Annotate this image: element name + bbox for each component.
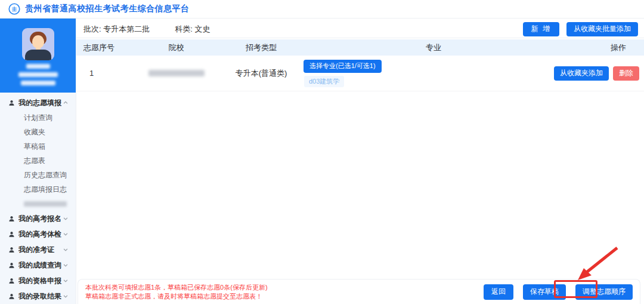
batch-add-from-favorites-button[interactable]: 从收藏夹批量添加 xyxy=(566,22,638,36)
person-icon xyxy=(8,247,15,253)
col-header-major: 专业 xyxy=(300,42,564,53)
app-title: 贵州省普通高校招生考试考生综合信息平台 xyxy=(25,4,190,14)
chevron-down-icon xyxy=(63,247,69,253)
redacted-profile-id xyxy=(18,72,58,77)
profile-card xyxy=(0,19,76,93)
person-icon xyxy=(8,278,15,284)
sidebar: 我的志愿填报 计划查询 收藏夹 草稿箱 志愿表 历史志愿查询 志愿填报日志 xyxy=(0,19,76,304)
col-header-operation: 操作 xyxy=(564,42,644,53)
sidebar-section-label: 我的志愿填报 xyxy=(18,98,63,108)
sidebar-section-score-query[interactable]: 我的成绩查询 xyxy=(0,257,76,273)
avatar-face xyxy=(32,35,44,48)
redacted-profile-name xyxy=(26,64,50,69)
bottom-buttons: 返回 保存草稿 调整志愿顺序 xyxy=(484,284,633,300)
cell-seq: 1 xyxy=(76,69,130,78)
add-new-button[interactable]: 新 增 xyxy=(523,22,559,36)
chevron-down-icon xyxy=(63,231,69,237)
sidebar-section-gaokao-registration[interactable]: 我的高考报名 xyxy=(0,211,76,226)
chevron-down-icon xyxy=(63,216,69,222)
notice-line-1: 本批次科类可填报志愿1条，草稿箱已保存志愿0条(保存后更新) xyxy=(85,283,268,292)
redacted-school-name xyxy=(148,70,205,76)
sidebar-item-plan-query[interactable]: 计划查询 xyxy=(0,110,76,125)
batch-filter: 批次: 专升本第二批 xyxy=(83,24,150,35)
add-from-favorites-button[interactable]: 从收藏夹添加 xyxy=(554,66,609,81)
selected-major-tag: d03建筑学 xyxy=(304,76,344,87)
cell-operation: 从收藏夹添加 删除 xyxy=(564,66,644,81)
subject-filter: 科类: 文史 xyxy=(175,24,210,35)
sidebar-section-label: 我的成绩查询 xyxy=(18,260,63,271)
col-header-seq: 志愿序号 xyxy=(76,42,130,53)
sidebar-section-qualification[interactable]: 我的资格申报 xyxy=(0,273,76,288)
table-row: 1 专升本(普通类) 选择专业(已选1/可选1) d03建筑学 从收藏夹添加 删… xyxy=(76,56,644,91)
back-button[interactable]: 返回 xyxy=(484,284,513,300)
sidebar-section-admission-result[interactable]: 我的录取结果 xyxy=(0,288,76,304)
filter-bar: 批次: 专升本第二批 科类: 文史 新 增 从收藏夹批量添加 xyxy=(76,20,644,38)
draft-notice: 本批次科类可填报志愿1条，草稿箱已保存志愿0条(保存后更新) 草稿箱志愿非正式志… xyxy=(85,283,268,301)
sidebar-section-admission-ticket[interactable]: 我的准考证 xyxy=(0,242,76,257)
person-icon xyxy=(8,293,15,300)
volunteer-submenu: 计划查询 收藏夹 草稿箱 志愿表 历史志愿查询 志愿填报日志 xyxy=(0,110,76,211)
person-icon xyxy=(8,100,15,106)
col-header-admission-type: 招考类型 xyxy=(222,42,300,53)
sidebar-menu: 我的志愿填报 计划查询 收藏夹 草稿箱 志愿表 历史志愿查询 志愿填报日志 xyxy=(0,93,76,304)
table-header-row: 志愿序号 院校 招考类型 专业 操作 xyxy=(76,39,644,56)
save-draft-button[interactable]: 保存草稿 xyxy=(523,284,566,300)
avatar xyxy=(22,28,54,60)
sidebar-item-redacted[interactable] xyxy=(0,196,76,211)
person-icon xyxy=(8,216,15,222)
sidebar-section-label: 我的准考证 xyxy=(18,245,63,255)
delete-button[interactable]: 删除 xyxy=(613,66,639,81)
app-header: 贵州省普通高校招生考试考生综合信息平台 xyxy=(0,0,644,19)
sidebar-item-history-query[interactable]: 历史志愿查询 xyxy=(0,168,76,182)
sidebar-section-label: 我的资格申报 xyxy=(18,276,63,286)
sidebar-item-volunteer-form[interactable]: 志愿表 xyxy=(0,153,76,168)
avatar-body xyxy=(25,50,51,60)
chevron-down-icon xyxy=(63,262,69,268)
platform-logo-icon xyxy=(8,3,20,15)
adjust-order-button[interactable]: 调整志愿顺序 xyxy=(575,284,633,300)
main-content: 批次: 专升本第二批 科类: 文史 新 增 从收藏夹批量添加 志愿序号 院校 招… xyxy=(76,19,644,304)
sidebar-item-filling-log[interactable]: 志愿填报日志 xyxy=(0,182,76,196)
chevron-down-icon xyxy=(63,278,69,284)
col-header-school: 院校 xyxy=(130,42,222,53)
cell-major: 选择专业(已选1/可选1) d03建筑学 xyxy=(300,60,564,87)
select-major-button[interactable]: 选择专业(已选1/可选1) xyxy=(304,60,382,73)
sidebar-item-drafts[interactable]: 草稿箱 xyxy=(0,139,76,153)
page: 贵州省普通高校招生考试考生综合信息平台 我的志愿填报 xyxy=(0,0,644,304)
cell-school xyxy=(130,70,222,76)
notice-line-2: 草稿箱志愿非正式志愿，请及时将草稿箱志愿提交至志愿表！ xyxy=(85,292,268,301)
person-icon xyxy=(8,231,15,238)
sidebar-section-volunteer-filling[interactable]: 我的志愿填报 xyxy=(0,95,76,110)
bottom-bar: 本批次科类可填报志愿1条，草稿箱已保存志愿0条(保存后更新) 草稿箱志愿非正式志… xyxy=(78,279,640,304)
sidebar-section-label: 我的录取结果 xyxy=(18,291,63,302)
chevron-up-icon xyxy=(63,100,69,106)
chevron-down-icon xyxy=(63,293,69,299)
sidebar-section-label: 我的高考体检 xyxy=(18,229,63,239)
redacted-menu-label xyxy=(24,201,67,207)
redacted-profile-info xyxy=(21,81,55,85)
sidebar-item-favorites[interactable]: 收藏夹 xyxy=(0,125,76,139)
sidebar-section-label: 我的高考报名 xyxy=(18,214,63,224)
person-icon xyxy=(8,262,15,269)
cell-admission-type: 专升本(普通类) xyxy=(222,68,300,79)
sidebar-section-physical-exam[interactable]: 我的高考体检 xyxy=(0,226,76,242)
